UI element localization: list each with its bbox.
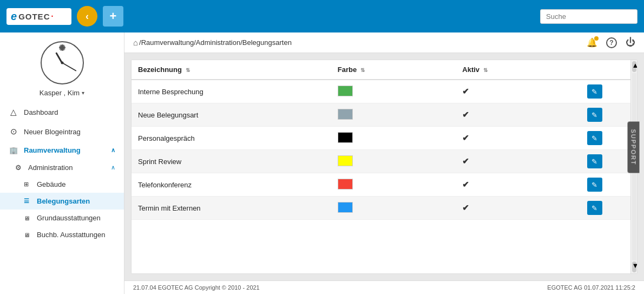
table-body: Interne Besprechung✔✎Neue Belegungsart✔✎… [132,80,630,220]
footer: 21.07.04 EGOTEC AG Copyright © 2010 - 20… [124,280,644,294]
blog-icon: ⊙ [9,127,18,136]
notification-dot [594,36,599,41]
sidebar-item-grundausstattungen[interactable]: 🖥 Grundausstattungen [0,210,124,226]
cell-bezeichnung: Personalgespräch [132,127,331,150]
breadcrumb-bar: ⌂ /Raumverwaltung/Administration/Belegun… [124,32,644,53]
cell-farbe [331,103,456,127]
administration-expand-icon: ∧ [111,164,115,171]
cell-action: ✎ [581,80,630,103]
sidebar-item-neuer-blogeintrag[interactable]: ⊙ Neuer Blogeintrag [0,122,124,141]
check-icon: ✔ [462,203,469,212]
scroll-arrow-down[interactable]: ▼ [632,262,636,272]
color-swatch [338,109,353,120]
scroll-arrow-up[interactable]: ▲ [632,61,636,72]
user-chevron-icon: ▾ [82,90,84,96]
color-swatch [338,202,353,213]
cell-action: ✎ [581,173,630,197]
clock [41,41,84,84]
user-name[interactable]: Kasper , Kim ▾ [40,89,84,97]
color-swatch [338,86,353,96]
cell-bezeichnung: Neue Belegungsart [132,103,331,127]
sidebar: Kasper , Kim ▾ △ Dashboard ⊙ Neuer Bloge… [0,32,124,294]
gebaeude-icon: ⊞ [24,181,32,188]
edit-button[interactable]: ✎ [587,201,602,215]
buchb-icon: 🖥 [24,232,32,238]
column-aktiv: Aktiv ⇅ [456,60,581,80]
administration-icon: ⚙ [15,164,24,172]
cell-aktiv: ✔ [456,127,581,150]
sidebar-sub-item-label: Grundausstattungen [37,214,101,222]
help-icon: ? [606,37,617,48]
raumverwaltung-icon: 🏢 [9,146,18,154]
cell-farbe [331,173,456,197]
cell-action: ✎ [581,150,630,173]
cell-aktiv: ✔ [456,197,581,220]
breadcrumb-home-icon: ⌂ [133,38,138,47]
table-row: Interne Besprechung✔✎ [132,80,630,103]
cell-bezeichnung: Interne Besprechung [132,80,331,103]
sidebar-item-raumverwaltung[interactable]: 🏢 Raumverwaltung ∧ [0,141,124,159]
back-button[interactable]: ‹ [77,6,97,27]
main-layout: Kasper , Kim ▾ △ Dashboard ⊙ Neuer Bloge… [0,32,644,294]
table-row: Sprint Review✔✎ [132,150,630,173]
sidebar-item-label: Neuer Blogeintrag [24,128,81,136]
logo-e: e [11,10,17,23]
check-icon: ✔ [462,156,469,166]
cell-aktiv: ✔ [456,150,581,173]
header: e GOTEC · ‹ + [0,0,644,32]
color-swatch [338,155,353,166]
column-action [581,60,630,80]
power-button[interactable]: ⏻ [626,37,635,48]
dashboard-icon: △ [9,107,18,117]
edit-button[interactable]: ✎ [587,131,602,145]
color-swatch [338,179,353,190]
content-area: ⌂ /Raumverwaltung/Administration/Belegun… [124,32,644,294]
sidebar-item-buchb-ausstattungen[interactable]: 🖥 Buchb. Ausstattungen [0,226,124,243]
footer-copyright: 21.07.04 EGOTEC AG Copyright © 2010 - 20… [133,284,260,291]
sidebar-sub-item-label: Administration [28,164,73,172]
notification-button[interactable]: 🔔 [587,37,597,48]
cell-farbe [331,80,456,103]
sidebar-item-label: Dashboard [24,108,58,116]
power-icon: ⏻ [626,37,635,48]
search-input[interactable] [540,9,638,24]
table-scroll[interactable]: Bezeichnung ⇅ Farbe ⇅ Aktiv ⇅ [132,60,630,273]
color-swatch [338,132,353,143]
sidebar-sub-item-label: Gebäude [37,180,66,188]
edit-button[interactable]: ✎ [587,108,602,122]
cell-aktiv: ✔ [456,173,581,197]
help-button[interactable]: ? [606,37,617,48]
edit-button[interactable]: ✎ [587,154,602,168]
support-tab[interactable]: SUPPORT [628,121,640,173]
sidebar-item-gebaeude[interactable]: ⊞ Gebäude [0,176,124,193]
sidebar-item-administration[interactable]: ⚙ Administration ∧ [0,159,124,176]
cell-aktiv: ✔ [456,103,581,127]
sidebar-item-label: Raumverwaltung [24,146,81,154]
clock-minute-hand [62,62,76,71]
sidebar-item-belegungsarten[interactable]: ☰ Belegungsarten [0,193,124,210]
cell-farbe [331,150,456,173]
nav-items: △ Dashboard ⊙ Neuer Blogeintrag 🏢 Raumve… [0,102,124,294]
clock-section: Kasper , Kim ▾ [0,32,124,102]
table-row: Neue Belegungsart✔✎ [132,103,630,127]
edit-button[interactable]: ✎ [587,84,602,99]
check-icon: ✔ [462,133,469,142]
sidebar-item-dashboard[interactable]: △ Dashboard [0,102,124,122]
cell-action: ✎ [581,197,630,220]
add-button[interactable]: + [103,6,123,27]
cell-aktiv: ✔ [456,80,581,103]
grundausstattungen-icon: 🖥 [24,215,32,221]
table-row: Personalgespräch✔✎ [132,127,630,150]
belegungsarten-table: Bezeichnung ⇅ Farbe ⇅ Aktiv ⇅ [132,60,630,220]
sort-aktiv-icon[interactable]: ⇅ [483,67,488,73]
logo: e GOTEC · [6,8,71,25]
breadcrumb: ⌂ /Raumverwaltung/Administration/Belegun… [133,38,292,47]
check-icon: ✔ [462,180,469,189]
footer-datetime: EGOTEC AG 01.07.2021 11:25:2 [547,284,635,291]
column-bezeichnung: Bezeichnung ⇅ [132,60,331,80]
sort-farbe-icon[interactable]: ⇅ [360,67,365,73]
cell-bezeichnung: Sprint Review [132,150,331,173]
edit-button[interactable]: ✎ [587,178,602,192]
cell-action: ✎ [581,103,630,127]
sort-bezeichnung-icon[interactable]: ⇅ [186,67,190,73]
